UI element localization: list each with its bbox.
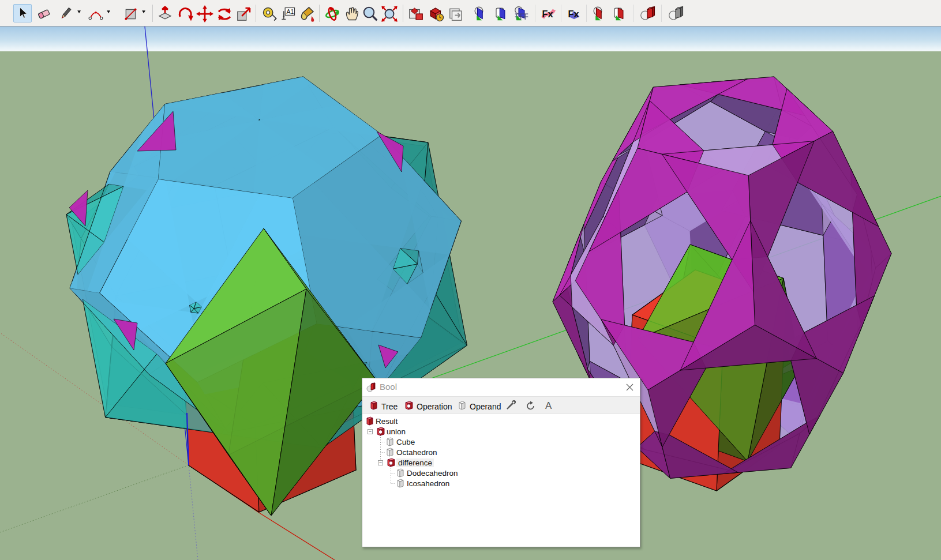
- svg-text:Fx: Fx: [568, 9, 579, 19]
- svg-text:A1: A1: [287, 8, 294, 15]
- svg-text:Fx: Fx: [542, 9, 553, 19]
